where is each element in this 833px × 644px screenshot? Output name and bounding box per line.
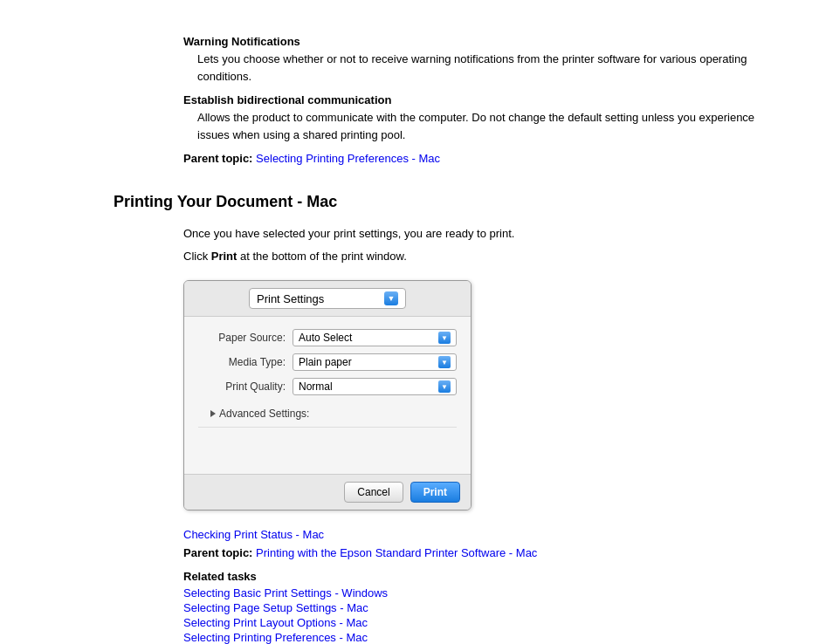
print-quality-select[interactable]: Normal ▼	[293, 378, 457, 395]
related-link-3[interactable]: Selecting Printing Preferences - Mac	[183, 631, 763, 644]
media-type-label: Media Type:	[198, 356, 286, 368]
cancel-button[interactable]: Cancel	[344, 482, 403, 503]
click-bold: Print	[211, 250, 238, 263]
print-button[interactable]: Print	[410, 482, 460, 503]
related-tasks-section: Related tasks Selecting Basic Print Sett…	[183, 570, 763, 644]
parent-topic-top-link[interactable]: Selecting Printing Preferences - Mac	[256, 152, 440, 165]
media-type-select[interactable]: Plain paper ▼	[293, 353, 457, 371]
dialog-container: Print Settings ▼ Paper Source: Auto Sele…	[183, 280, 763, 510]
paper-source-row: Paper Source: Auto Select ▼	[198, 329, 457, 346]
parent-topic-bottom-label: Parent topic:	[183, 546, 252, 559]
click-instruction: Click Print at the bottom of the print w…	[183, 248, 763, 265]
checking-print-status-link[interactable]: Checking Print Status - Mac	[183, 528, 324, 541]
dialog-body: Paper Source: Auto Select ▼ Media Type: …	[184, 317, 471, 474]
dialog-dropdown-row: Print Settings ▼	[184, 281, 471, 317]
media-type-arrow-icon: ▼	[438, 356, 451, 368]
related-tasks-title: Related tasks	[183, 570, 763, 583]
warning-notifications-body: Lets you choose whether or not to receiv…	[197, 51, 763, 85]
intro-text: Once you have selected your print settin…	[183, 225, 763, 243]
paper-source-arrow-icon: ▼	[438, 332, 451, 344]
warning-notifications-title: Warning Notifications	[183, 35, 763, 48]
dialog-dropdown[interactable]: Print Settings ▼	[249, 288, 406, 309]
parent-topic-bottom-link[interactable]: Printing with the Epson Standard Printer…	[256, 546, 537, 559]
parent-topic-bottom: Parent topic: Printing with the Epson St…	[183, 546, 763, 559]
click-suffix: at the bottom of the print window.	[237, 250, 406, 263]
media-type-row: Media Type: Plain paper ▼	[198, 353, 457, 371]
advanced-settings-label: Advanced Settings:	[219, 408, 309, 420]
dialog-footer: Cancel Print	[184, 474, 471, 510]
main-section: Printing Your Document - Mac	[114, 193, 763, 225]
establish-bidirectional-title: Establish bidirectional communication	[183, 93, 763, 106]
print-quality-arrow-icon: ▼	[438, 380, 451, 393]
print-quality-value: Normal	[299, 380, 333, 393]
print-quality-label: Print Quality:	[198, 380, 286, 393]
paper-source-value: Auto Select	[299, 332, 352, 344]
print-dialog: Print Settings ▼ Paper Source: Auto Sele…	[183, 280, 472, 510]
parent-topic-top: Parent topic: Selecting Printing Prefere…	[183, 152, 763, 165]
media-type-value: Plain paper	[299, 356, 352, 368]
advanced-triangle-icon	[210, 410, 216, 417]
paper-source-select[interactable]: Auto Select ▼	[293, 329, 457, 346]
establish-bidirectional-body: Allows the product to communicate with t…	[197, 109, 763, 143]
top-terms-section: Warning Notifications Lets you choose wh…	[183, 35, 763, 182]
dropdown-arrow-icon: ▼	[384, 291, 398, 305]
dialog-spacer	[198, 427, 457, 462]
checking-link-container: Checking Print Status - Mac	[183, 528, 763, 541]
related-link-2[interactable]: Selecting Print Layout Options - Mac	[183, 616, 763, 629]
click-prefix: Click	[183, 250, 211, 263]
related-link-1[interactable]: Selecting Page Setup Settings - Mac	[183, 601, 763, 614]
dialog-dropdown-label: Print Settings	[257, 292, 324, 305]
parent-topic-top-label: Parent topic:	[183, 152, 252, 165]
related-link-0[interactable]: Selecting Basic Print Settings - Windows	[183, 586, 763, 599]
print-quality-row: Print Quality: Normal ▼	[198, 378, 457, 395]
advanced-settings-row[interactable]: Advanced Settings:	[198, 402, 457, 420]
section-heading: Printing Your Document - Mac	[114, 193, 763, 211]
paper-source-label: Paper Source:	[198, 332, 286, 344]
page-container: Warning Notifications Lets you choose wh…	[0, 0, 833, 644]
